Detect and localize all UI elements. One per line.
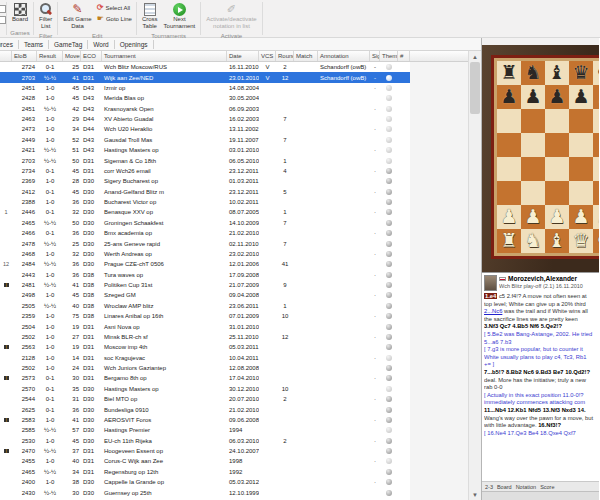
game-row[interactable]: 2703½-½50D31Sigeman & Co 18th06.05.20101 bbox=[0, 155, 481, 165]
cell-match bbox=[294, 404, 318, 414]
cell-result: 1-0 bbox=[37, 135, 63, 145]
tab-teams[interactable]: Teams bbox=[19, 40, 49, 49]
activate-notation-button[interactable]: ✐ Activate/deactivate notation in list bbox=[203, 1, 259, 32]
column-header-#[interactable]: # bbox=[398, 51, 410, 61]
filter-list-button[interactable]: Filter List bbox=[36, 1, 55, 32]
column-header-Match[interactable]: Match bbox=[294, 51, 318, 61]
game-list-header[interactable]: EloBResultMovesECOTournamentDateVCSRound… bbox=[0, 51, 481, 62]
game-row[interactable]: 21281-014D31soc Kragujevac10.04.2011· bbox=[0, 353, 481, 363]
current-move[interactable]: 1.e4 bbox=[484, 293, 497, 299]
square: ♞ bbox=[521, 61, 545, 85]
game-row[interactable]: 24981-045D38Szeged GM09.04.2008· bbox=[0, 290, 481, 300]
game-row[interactable]: 2451½-½42D43Krasnoyarsk Open06.09.2003· bbox=[0, 104, 481, 114]
game-row[interactable]: 2505½-½40D38Wroclaw AMP blitz23.06.20111 bbox=[0, 301, 481, 311]
game-row[interactable]: 26250-136D30Bundesliga 091021.02.2010 bbox=[0, 404, 481, 414]
cross-table-button[interactable]: Cross Table bbox=[139, 1, 161, 32]
piece-bp-icon: ♟ bbox=[596, 85, 599, 109]
notation-line: 2...Nc6 was the trail and if White wins … bbox=[484, 308, 597, 316]
game-row[interactable]: 27340-145D31corr Wch26 email23.12.20114· bbox=[0, 166, 481, 176]
column-header-Date[interactable]: Date bbox=[227, 51, 259, 61]
game-row[interactable]: 25041-019D31Asni Nova op31.01.2010 bbox=[0, 321, 481, 331]
game-row[interactable]: 24001-038D30Cappelle la Grande op05.03.2… bbox=[0, 477, 481, 487]
cell-vcs bbox=[259, 280, 276, 290]
game-row[interactable]: 25021-024D31Wch Juniors Gaziantep12.08.2… bbox=[0, 363, 481, 373]
game-row[interactable]: 2478½-½25D3025-ans Geneve rapid02.11.201… bbox=[0, 238, 481, 248]
game-row[interactable]: 2703½-½41D31Wijk aan Zee/NED23.01.2010V1… bbox=[0, 72, 481, 82]
goto-line-button[interactable]: ☛ Goto Line bbox=[95, 14, 134, 24]
game-row[interactable]: 2421½-½51D43Hastings Masters op03.01.201… bbox=[0, 145, 481, 155]
column-header-gutter[interactable] bbox=[0, 51, 12, 61]
game-row[interactable]: 25831-041D30AEROSVIT Foros09.06.2008· bbox=[0, 415, 481, 425]
cell-round: 2 bbox=[276, 62, 294, 72]
vertical-scrollbar[interactable]: ▲ ▼ bbox=[468, 51, 481, 500]
cell-round bbox=[276, 467, 294, 477]
game-row[interactable]: 25301-045D30EU-ch 11th Rijeka06.03.20102… bbox=[0, 436, 481, 446]
game-row[interactable]: 24631-029D44XV Abierto Guadal16.02.20037 bbox=[0, 114, 481, 124]
game-row[interactable]: 2470½-½37D31Hoogeveen Essent op24.10.200… bbox=[0, 446, 481, 456]
game-row[interactable]: 2430½-½30D30Guernsey op 25th12.10.1999 bbox=[0, 487, 481, 497]
column-header-ECO[interactable]: ECO bbox=[81, 51, 102, 61]
column-header-Round[interactable]: Round bbox=[276, 51, 294, 61]
game-row[interactable]: 23881-036D30Bucharest Victor op10.02.201… bbox=[0, 197, 481, 207]
column-header-Annotation[interactable]: Annotation bbox=[318, 51, 370, 61]
column-header-Sign[interactable]: Sign bbox=[370, 51, 380, 61]
game-row[interactable]: 24731-034D44Wch U20 Heraklio13.11.2002· bbox=[0, 124, 481, 134]
game-row[interactable]: 24281-045D43Merida Blas op30.05.2004 bbox=[0, 93, 481, 103]
game-row[interactable]: 24491-052D43Gausdal Troll Mas19.11.20077 bbox=[0, 135, 481, 145]
select-all-button[interactable]: ⟳ Select All bbox=[95, 3, 134, 13]
column-header-Tournament[interactable]: Tournament bbox=[102, 51, 227, 61]
game-row[interactable]: 23691-028D30Sigery Bucharest op01.03.201… bbox=[0, 176, 481, 186]
scroll-up-button[interactable]: ▲ bbox=[469, 51, 481, 62]
game-row[interactable]: 24120-145D30Anand-Gelfand Blitz m23.12.2… bbox=[0, 187, 481, 197]
notation-text[interactable]: 7...b5!? 8.Bb2 Nc6 9.Bd3 Be7 10.Qd2!? bbox=[484, 369, 590, 375]
game-row[interactable]: 2481½-½41D38Politiken Cup 31st21.07.2009… bbox=[0, 280, 481, 290]
game-row[interactable]: 27240-125D31Wch Blitz Moscow/RUS16.11.20… bbox=[0, 62, 481, 72]
cell-tournament: Szeged GM bbox=[102, 290, 227, 300]
footer-tab-notation[interactable]: Notation bbox=[516, 484, 537, 490]
chess-board[interactable]: ♜♞♝♛♚♟♟♟♟♟♟♟♟♟♟♜♞♝♛♚ bbox=[482, 45, 599, 272]
tab-openings[interactable]: Openings bbox=[115, 40, 154, 49]
cell-match bbox=[294, 104, 318, 114]
game-row[interactable]: 2465½-½50D30Groningen Schaakfest14.10.20… bbox=[0, 218, 481, 228]
game-row[interactable]: 25730-130D31Bergamo 8th op17.04.2010· bbox=[0, 373, 481, 383]
scroll-thumb[interactable] bbox=[470, 62, 480, 114]
game-row[interactable]: 2585½-½57D30Hastings Premier1994 bbox=[0, 425, 481, 435]
game-row[interactable]: 23591-075D38Linares Anibal op 16th07.01.… bbox=[0, 311, 481, 321]
column-header-VCS[interactable]: VCS bbox=[259, 51, 276, 61]
next-tournament-button[interactable]: Next Tournament bbox=[161, 1, 199, 32]
game-row[interactable]: 2465½-½34D31Regensburg op 12th1992 bbox=[0, 467, 481, 477]
scroll-down-button[interactable]: ▼ bbox=[469, 489, 481, 500]
move-link[interactable]: 2...Nc6 bbox=[484, 308, 502, 314]
game-row[interactable]: 25631-019D31Moscow imp 4th05.03.2011 bbox=[0, 342, 481, 352]
game-row[interactable]: 24681-032D30Werth Andreas op23.02.2010· bbox=[0, 249, 481, 259]
edit-game-data-button[interactable]: ✎ Edit Game Data bbox=[60, 1, 94, 32]
notation-text[interactable]: 11...Nb4 12.Kb1 Nfd5 13.Nf3 Nxd3 14. bbox=[484, 407, 586, 413]
cell-round bbox=[276, 270, 294, 280]
board-button[interactable]: Board bbox=[9, 1, 31, 25]
game-row[interactable]: 25440-131D30Biel MTO op20.07.20102· bbox=[0, 394, 481, 404]
tab-word[interactable]: Word bbox=[88, 40, 114, 49]
column-header-Moves[interactable]: Moves bbox=[63, 51, 81, 61]
footer-tab-board[interactable]: Board bbox=[497, 484, 512, 490]
game-row[interactable]: 124460-132D30Benasque XXV op08.07.20051· bbox=[0, 207, 481, 217]
game-row[interactable]: 24551-040D31Corus-C Wijk aan Zee1998· bbox=[0, 456, 481, 466]
cell-round: 7 bbox=[276, 238, 294, 248]
cell-tournament: Asni Nova op bbox=[102, 321, 227, 331]
game-row[interactable]: 24660-136D30Bmx academia op21.02.2010· bbox=[0, 228, 481, 238]
notation-text[interactable]: 16.Nf3!? bbox=[538, 422, 561, 428]
game-row[interactable]: 24431-036D38Tura waves op17.09.2008· bbox=[0, 270, 481, 280]
game-row[interactable]: 25700-135D30Hastings Masters op30.12.201… bbox=[0, 384, 481, 394]
footer-tab-score[interactable]: Score bbox=[540, 484, 554, 490]
game-row[interactable]: 122484½-½36D30Prague CZE-chT 050612.01.2… bbox=[0, 259, 481, 269]
notation-text[interactable]: 3.Nf3 Qc7 4.Bb5 Nf6 5.Qe2!? bbox=[484, 323, 562, 329]
cell-date: 05.03.2011 bbox=[227, 342, 259, 352]
column-header-Result[interactable]: Result bbox=[37, 51, 63, 61]
cell-eco: D31 bbox=[81, 467, 102, 477]
tab-gametag[interactable]: GameTag bbox=[49, 40, 88, 49]
cell-sign: - bbox=[370, 72, 380, 82]
tab-urces[interactable]: urces bbox=[0, 40, 19, 49]
column-header-EloB[interactable]: EloB bbox=[12, 51, 37, 61]
game-row[interactable]: 25021-027D31Minsk BLR-ch sf25.11.201012· bbox=[0, 332, 481, 342]
column-header-Them[interactable]: Them bbox=[380, 51, 398, 61]
game-row[interactable]: 24511-045D43Izmir op14.08.2004· bbox=[0, 83, 481, 93]
